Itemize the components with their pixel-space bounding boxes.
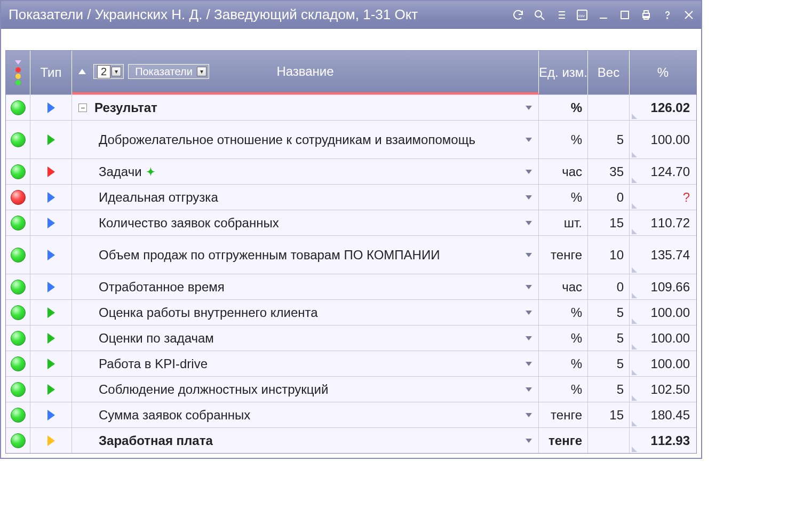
percent-cell: 109.66 [630, 274, 696, 299]
type-cell [30, 325, 72, 351]
row-menu-icon[interactable] [526, 253, 532, 257]
percent-cell: 100.00 [630, 121, 696, 158]
name-cell[interactable]: Доброжелательное отношение к сотрудникам… [72, 121, 539, 158]
corner-tag-icon [632, 447, 637, 452]
type-cell [30, 428, 72, 453]
status-red-icon [11, 190, 26, 205]
weight-cell: 35 [588, 159, 630, 184]
table-row[interactable]: Сумма заявок собранныхтенге15180.45 [6, 402, 696, 427]
percent-cell: 102.50 [630, 377, 696, 402]
view-dropdown[interactable]: Показатели ▾ [128, 64, 209, 79]
header-unit[interactable]: Ед. изм. [539, 51, 588, 94]
unit-cell: тенге [539, 402, 588, 427]
collapse-icon[interactable]: − [78, 104, 87, 112]
red-dot-icon [15, 67, 21, 73]
row-menu-icon[interactable] [526, 106, 532, 110]
type-cell [30, 210, 72, 235]
row-menu-icon[interactable] [526, 311, 532, 315]
header-status[interactable] [6, 51, 30, 94]
chevron-down-icon: ▾ [112, 67, 121, 76]
weight-cell [588, 95, 630, 120]
name-cell[interactable]: Идеальная отгрузка [72, 185, 539, 210]
header-type[interactable]: Тип [30, 51, 72, 94]
sort-asc-icon[interactable] [78, 69, 86, 74]
type-blue-icon [47, 250, 55, 260]
row-menu-icon[interactable] [526, 285, 532, 289]
row-menu-icon[interactable] [526, 387, 532, 392]
name-cell[interactable]: Отработанное время [72, 274, 539, 299]
row-menu-icon[interactable] [526, 195, 532, 200]
refresh-icon[interactable] [510, 7, 526, 23]
status-cell [6, 274, 30, 299]
corner-tag-icon [632, 421, 637, 426]
row-menu-icon[interactable] [526, 170, 532, 174]
header-weight[interactable]: Вес [588, 51, 630, 94]
name-cell[interactable]: Работа в KPI-drive [72, 351, 539, 376]
list-icon[interactable] [553, 7, 569, 23]
row-menu-icon[interactable] [526, 221, 532, 225]
help-icon[interactable] [659, 7, 675, 23]
type-cell [30, 159, 72, 184]
row-menu-icon[interactable] [526, 413, 532, 417]
header-type-label: Тип [40, 65, 61, 80]
table-row[interactable]: Идеальная отгрузка%0? [6, 184, 696, 210]
view-label: Показатели [132, 66, 196, 78]
unit-cell: % [539, 185, 588, 210]
table-row[interactable]: Заработная плататенге112.93 [6, 427, 696, 453]
table-row[interactable]: Отработанное времячас0109.66 [6, 274, 696, 299]
corner-tag-icon [632, 293, 637, 298]
csv-export-icon[interactable]: csv [574, 7, 590, 23]
table-row[interactable]: −Результат%126.02 [6, 94, 696, 120]
type-cell [30, 300, 72, 325]
name-cell[interactable]: Оценки по задачам [72, 325, 539, 351]
name-cell[interactable]: Соблюдение должностных инструкций [72, 377, 539, 402]
header-percent[interactable]: % [630, 51, 696, 94]
name-cell[interactable]: Количество заявок собранных [72, 210, 539, 235]
corner-tag-icon [632, 114, 637, 119]
status-green-icon [11, 164, 26, 179]
weight-cell: 15 [588, 210, 630, 235]
row-name: Результат [94, 100, 157, 116]
search-icon[interactable] [531, 7, 547, 23]
row-menu-icon[interactable] [526, 138, 532, 142]
status-cell [6, 159, 30, 184]
table-row[interactable]: Оценки по задачам%5100.00 [6, 325, 696, 351]
table-row[interactable]: Оценка работы внутреннего клиента%5100.0… [6, 299, 696, 325]
minimize-icon[interactable] [595, 7, 611, 23]
table-row[interactable]: Объем продаж по отгруженным товарам ПО К… [6, 235, 696, 274]
level-dropdown[interactable]: 2 ▾ [93, 64, 124, 79]
type-cell [30, 95, 72, 120]
percent-cell: 124.70 [630, 159, 696, 184]
type-cell [30, 274, 72, 299]
table-row[interactable]: Соблюдение должностных инструкций%5102.5… [6, 376, 696, 402]
print-icon[interactable] [638, 7, 654, 23]
name-cell[interactable]: Объем продаж по отгруженным товарам ПО К… [72, 236, 539, 274]
table-row[interactable]: Количество заявок собранныхшт.15110.72 [6, 210, 696, 235]
type-cell [30, 121, 72, 158]
weight-cell: 5 [588, 377, 630, 402]
name-cell[interactable]: Сумма заявок собранных [72, 402, 539, 427]
percent-cell: 110.72 [630, 210, 696, 235]
table-row[interactable]: Доброжелательное отношение к сотрудникам… [6, 120, 696, 158]
type-blue-icon [47, 282, 55, 292]
status-green-icon [11, 382, 26, 397]
name-cell[interactable]: Заработная плата [72, 428, 539, 453]
row-menu-icon[interactable] [526, 336, 532, 340]
kpi-grid: Тип 2 ▾ Показатели ▾ Название Ед. и [5, 50, 697, 454]
name-cell[interactable]: Оценка работы внутреннего клиента [72, 300, 539, 325]
maximize-icon[interactable] [617, 7, 633, 23]
row-name: Сумма заявок собранных [99, 407, 250, 423]
header-weight-label: Вес [598, 65, 619, 80]
row-menu-icon[interactable] [526, 439, 532, 443]
table-row[interactable]: Работа в KPI-drive%5100.00 [6, 351, 696, 376]
name-cell[interactable]: Задачи✦ [72, 159, 539, 184]
svg-point-15 [667, 18, 668, 19]
name-cell[interactable]: −Результат [72, 95, 539, 120]
weight-cell: 0 [588, 274, 630, 299]
row-menu-icon[interactable] [526, 362, 532, 366]
spacer [1, 29, 701, 50]
close-icon[interactable] [681, 7, 697, 23]
yellow-dot-icon [15, 74, 21, 79]
table-row[interactable]: Задачи✦час35124.70 [6, 158, 696, 184]
status-green-icon [11, 408, 26, 423]
